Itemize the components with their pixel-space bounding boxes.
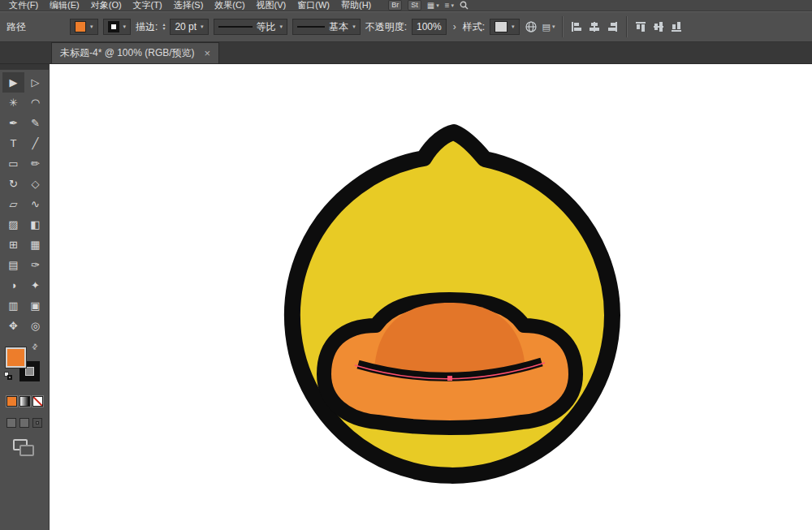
fill-color-swatch [75,21,86,32]
tab-close-icon[interactable]: × [205,48,211,58]
rectangle-tool[interactable]: ▭ [2,153,24,174]
gradient-button[interactable] [19,396,30,407]
graphic-style-dropdown[interactable]: ▾ [490,19,520,35]
magic-wand-tool[interactable]: ✳ [2,93,24,113]
search-icon[interactable] [460,1,469,10]
stroke-color-swatch [108,21,119,32]
chevron-down-icon: ▾ [201,24,204,30]
stroke-weight-stepper[interactable]: ▴▾ [162,23,165,31]
align-center-icon[interactable] [588,20,601,33]
lasso-tool[interactable]: ◠ [24,93,46,113]
symbol-sprayer-tool[interactable]: ✦ [24,275,46,295]
opacity-value: 100% [417,21,442,32]
align-middle-icon[interactable] [652,20,665,33]
artboard-tool[interactable]: ▣ [24,295,46,316]
menu-effect[interactable]: 效果(C) [209,0,250,11]
blend-tool[interactable]: ◑ [2,275,24,295]
fill-proxy-swatch[interactable] [6,347,26,368]
gradient-tool[interactable]: ▤ [2,255,24,275]
width-tool[interactable]: ∿ [24,194,46,214]
direct-selection-tool[interactable]: ▷ [24,72,46,93]
menu-edit[interactable]: 编辑(E) [44,0,85,11]
menu-view[interactable]: 视图(V) [251,0,292,11]
align-left-icon[interactable] [570,20,583,33]
align-top-icon[interactable] [634,20,647,33]
recolor-artwork-icon[interactable] [525,20,538,33]
divider [626,16,627,37]
workspace-switcher-icon[interactable]: ≡▾ [445,1,454,10]
stock-button[interactable]: St [408,0,421,11]
hand-tool[interactable]: ✥ [2,316,24,336]
chevron-down-icon: ▾ [512,24,515,30]
fill-color-dropdown[interactable]: ▾ [70,19,98,35]
opacity-options-button[interactable]: › [451,21,458,32]
selection-type-label: 路径 [6,20,65,34]
draw-normal-button[interactable] [6,418,16,428]
menu-help[interactable]: 帮助(H) [335,0,377,11]
eraser-tool[interactable]: ◇ [24,174,46,194]
chevron-down-icon: ▾ [90,24,93,30]
width-profile-preview [218,26,253,28]
none-button[interactable] [32,396,43,407]
menu-select[interactable]: 选择(S) [168,0,209,11]
stroke-weight-label: 描边: [136,20,158,34]
pen-tool[interactable]: ✒ [2,113,24,133]
workspace: ▶▷✳◠✒✎T╱▭✏↻◇▱∿▨◧⊞▦▤✑◑✦▥▣✥◎ ⇄ [0,64,812,530]
paint-mode-buttons [6,396,43,407]
swap-fill-stroke-icon[interactable]: ⇄ [30,342,40,351]
brush-definition-dropdown[interactable]: 基本 ▾ [292,19,361,35]
default-stroke-mini [7,375,12,380]
free-transform-tool[interactable]: ▨ [2,214,24,235]
color-button[interactable] [6,396,17,407]
curvature-tool[interactable]: ✎ [24,113,46,133]
brush-definition-value: 基本 [329,20,348,34]
opacity-label: 不透明度: [365,20,407,34]
rotate-tool[interactable]: ↻ [2,174,24,194]
stroke-color-dropdown[interactable]: ▾ [103,19,132,35]
tools-panel: ▶▷✳◠✒✎T╱▭✏↻◇▱∿▨◧⊞▦▤✑◑✦▥▣✥◎ ⇄ [0,64,50,530]
brush-preview [297,26,325,28]
align-right-icon[interactable] [606,20,619,33]
document-setup-dropdown[interactable]: ▤▾ [542,22,555,32]
canvas[interactable] [50,64,812,530]
screen-mode-button[interactable] [13,439,36,457]
menu-type[interactable]: 文字(T) [127,0,168,11]
illustrator-window: 文件(F) 编辑(E) 对象(O) 文字(T) 选择(S) 效果(C) 视图(V… [0,0,812,530]
anchor-point[interactable] [447,376,452,381]
mesh-tool[interactable]: ▦ [24,235,46,255]
shape-builder-tool[interactable]: ◧ [24,214,46,235]
menu-object[interactable]: 对象(O) [85,0,127,11]
style-label: 样式: [463,20,485,34]
document-tab[interactable]: 未标题-4* @ 100% (RGB/预览) × [51,42,219,63]
selection-tool[interactable]: ▶ [2,72,24,93]
scale-tool[interactable]: ▱ [2,194,24,214]
graphic-style-swatch [495,21,508,32]
arrange-documents-icon[interactable]: ▦▾ [427,1,439,10]
chevron-down-icon: ▾ [352,24,356,30]
stroke-weight-value: 20 pt [175,21,197,32]
paintbrush-tool[interactable]: ✏ [24,153,46,174]
screen-mode-icon-back [19,445,34,456]
width-profile-dropdown[interactable]: 等比 ▾ [214,19,288,35]
chevron-down-icon: ▾ [280,24,283,30]
stroke-weight-combobox[interactable]: 20 pt ▾ [170,19,208,35]
menu-window[interactable]: 窗口(W) [292,0,335,11]
tools-panel-header[interactable] [0,64,49,70]
menu-file[interactable]: 文件(F) [3,0,44,11]
control-bar: 路径 ▾ ▾ 描边: ▴▾ 20 pt ▾ 等比 ▾ 基本 ▾ 不透明度: 10… [0,11,812,42]
default-fill-stroke-icon[interactable] [4,372,12,380]
type-tool[interactable]: T [2,133,24,153]
eyedropper-tool[interactable]: ✑ [24,255,46,275]
perspective-grid-tool[interactable]: ⊞ [2,235,24,255]
zoom-tool[interactable]: ◎ [24,316,46,336]
drawing-mode-buttons [6,418,42,428]
draw-behind-button[interactable] [19,418,29,428]
tool-grid: ▶▷✳◠✒✎T╱▭✏↻◇▱∿▨◧⊞▦▤✑◑✦▥▣✥◎ [2,72,46,336]
bridge-button[interactable]: Br [388,0,402,11]
line-segment-tool[interactable]: ╱ [24,133,46,153]
column-graph-tool[interactable]: ▥ [2,295,24,316]
draw-inside-button[interactable] [32,418,42,428]
align-bottom-icon[interactable] [670,20,683,33]
opacity-input[interactable]: 100% [412,19,447,35]
width-profile-value: 等比 [257,20,276,34]
